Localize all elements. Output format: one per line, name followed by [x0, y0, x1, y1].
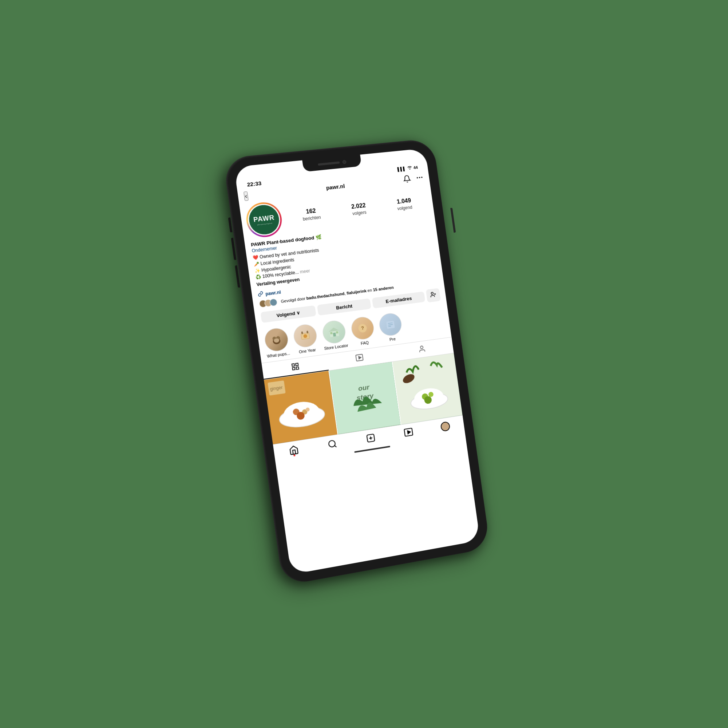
screen-content: 22:33 ▌▌▌ 44: [234, 148, 480, 574]
nav-profile[interactable]: [440, 421, 450, 432]
svg-rect-17: [330, 332, 333, 335]
home-indicator: [354, 445, 390, 453]
stat-followers[interactable]: 2.022 volgers: [351, 202, 367, 217]
highlight-item-4[interactable]: Pre: [378, 312, 404, 343]
header-icons: [402, 173, 424, 184]
post-cell-2[interactable]: [393, 353, 463, 424]
nav-add[interactable]: [366, 433, 376, 444]
battery-icon: 44: [413, 165, 418, 170]
highlight-label-1: One Year: [298, 348, 316, 354]
speaker: [318, 161, 340, 166]
svg-point-51: [328, 440, 336, 447]
signal-icon: ▌▌▌: [397, 166, 406, 171]
svg-point-0: [416, 177, 418, 178]
back-button[interactable]: ‹: [243, 191, 249, 201]
svg-point-2: [421, 177, 423, 178]
profile-username-header: pawr.nl: [326, 183, 346, 191]
svg-point-31: [421, 346, 423, 349]
svg-line-52: [335, 445, 336, 447]
svg-rect-26: [295, 363, 298, 366]
notification-bell-icon[interactable]: [402, 174, 412, 185]
svg-rect-25: [292, 364, 294, 366]
stat-followers-label: volgers: [352, 210, 367, 216]
more-options-icon[interactable]: [415, 173, 424, 183]
svg-line-55: [369, 438, 372, 438]
highlight-label-2: Store Locator: [324, 343, 349, 351]
stat-following[interactable]: 1.049 volgend: [396, 197, 413, 212]
follower-avatars: [259, 298, 275, 308]
highlight-label-0: What pups...: [267, 351, 291, 359]
svg-rect-18: [336, 331, 338, 333]
stat-posts-label: berichten: [303, 215, 321, 222]
svg-rect-27: [292, 367, 295, 370]
phone-inner: 22:33 ▌▌▌ 44: [229, 144, 485, 580]
nav-reels[interactable]: [403, 427, 413, 438]
stat-followers-num: 2.022: [351, 202, 366, 210]
highlight-circle-2: [321, 319, 347, 345]
stat-following-label: volgend: [397, 205, 413, 211]
status-time: 22:33: [247, 180, 262, 187]
post-cell-1[interactable]: our story: [329, 362, 401, 434]
highlight-item-2[interactable]: Store Locator: [321, 319, 349, 350]
profile-section: PAWR plant-yummy-dog-food 162 berichten: [239, 182, 447, 329]
website-link[interactable]: pawr.nl: [265, 290, 281, 297]
nav-search[interactable]: [327, 439, 338, 450]
bio-meer[interactable]: meer: [300, 268, 310, 274]
power-button: [450, 208, 456, 232]
bericht-button[interactable]: Bericht: [317, 298, 371, 315]
chevron-down-icon: ∨: [296, 310, 301, 316]
add-person-button[interactable]: [426, 288, 441, 303]
nav-profile-avatar: [440, 421, 450, 432]
screen: 22:33 ▌▌▌ 44: [234, 148, 480, 574]
post-cell-0[interactable]: ginger: [264, 371, 337, 444]
highlight-label-3: FAQ: [360, 340, 369, 346]
link-icon: [258, 291, 264, 298]
highlight-circle-3: ?: [350, 316, 375, 341]
svg-marker-57: [407, 430, 411, 434]
highlight-label-4: Pre: [389, 337, 396, 342]
stat-following-num: 1.049: [396, 197, 412, 205]
stat-posts: 162 berichten: [301, 207, 321, 222]
svg-rect-28: [296, 367, 298, 369]
nav-home[interactable]: [288, 444, 299, 455]
home-dot: [294, 454, 295, 456]
phone-scene: 22:33 ▌▌▌ 44: [223, 138, 499, 601]
svg-point-3: [431, 292, 434, 295]
svg-marker-30: [359, 356, 361, 359]
stat-posts-num: 162: [301, 207, 320, 216]
volgend-button[interactable]: Volgend ∨: [260, 305, 316, 323]
email-button[interactable]: E-mailadres: [372, 291, 425, 308]
wifi-icon: [407, 166, 412, 170]
highlight-circle-1: [292, 323, 318, 349]
highlight-item-1[interactable]: One Year: [292, 323, 320, 355]
highlight-circle-4: [378, 312, 403, 337]
highlight-item-0[interactable]: What pups...: [263, 327, 291, 359]
phone-body: 22:33 ▌▌▌ 44: [223, 138, 490, 586]
status-icons: ▌▌▌ 44: [397, 165, 418, 171]
highlight-circle-0: [263, 327, 289, 353]
stats-row: 162 berichten 2.022 volgers 1.049 volgen…: [285, 196, 428, 224]
svg-point-1: [419, 177, 421, 178]
avatar-wrapper[interactable]: PAWR plant-yummy-dog-food: [245, 202, 283, 238]
front-camera: [342, 160, 346, 164]
highlight-item-3[interactable]: ? FAQ: [349, 316, 376, 347]
svg-rect-16: [333, 333, 336, 337]
volgend-label: Volgend: [276, 310, 295, 318]
svg-line-24: [388, 326, 391, 327]
